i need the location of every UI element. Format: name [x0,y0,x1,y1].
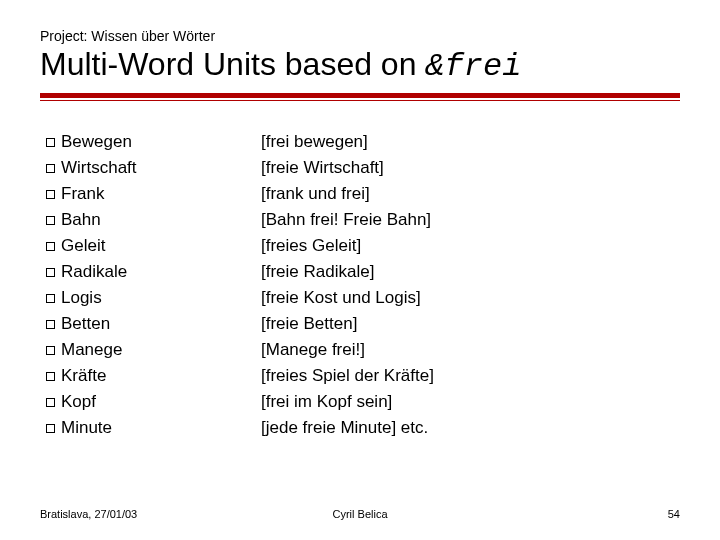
unit-text: [Bahn frei! Freie Bahn] [261,207,680,233]
term-text: Frank [61,184,104,203]
term-text: Wirtschaft [61,158,137,177]
unit-text: [frei bewegen] [261,129,680,155]
slide-footer: Bratislava, 27/01/03 Cyril Belica 54 [40,508,680,520]
list-item: Bahn [46,207,261,233]
bullet-icon [46,320,55,329]
unit-text: [freies Geleit] [261,233,680,259]
title-text: Multi-Word Units based on [40,46,425,82]
bullet-icon [46,242,55,251]
bullet-icon [46,268,55,277]
term-text: Kräfte [61,366,106,385]
title-underline [40,93,680,101]
unit-text: [freie Radikale] [261,259,680,285]
unit-text: [frei im Kopf sein] [261,389,680,415]
list-item: Minute [46,415,261,441]
bullet-icon [46,216,55,225]
unit-text: [freie Betten] [261,311,680,337]
bullet-icon [46,138,55,147]
terms-column: Bewegen Wirtschaft Frank Bahn Geleit Rad… [46,129,261,441]
list-item: Bewegen [46,129,261,155]
list-item: Betten [46,311,261,337]
unit-text: [frank und frei] [261,181,680,207]
term-text: Bahn [61,210,101,229]
unit-text: [freies Spiel der Kräfte] [261,363,680,389]
list-item: Logis [46,285,261,311]
unit-text: [jede freie Minute] etc. [261,415,680,441]
rule-thick [40,93,680,98]
unit-text: [Manege frei!] [261,337,680,363]
footer-date: Bratislava, 27/01/03 [40,508,137,520]
slide-title: Multi-Word Units based on &frei [40,46,680,85]
content-columns: Bewegen Wirtschaft Frank Bahn Geleit Rad… [40,121,680,441]
list-item: Radikale [46,259,261,285]
term-text: Radikale [61,262,127,281]
list-item: Wirtschaft [46,155,261,181]
list-item: Manege [46,337,261,363]
list-item: Kopf [46,389,261,415]
bullet-icon [46,164,55,173]
bullet-icon [46,190,55,199]
footer-author: Cyril Belica [332,508,387,520]
bullet-icon [46,398,55,407]
bullet-icon [46,346,55,355]
bullet-icon [46,294,55,303]
term-text: Manege [61,340,122,359]
unit-text: [freie Kost und Logis] [261,285,680,311]
title-code: &frei [425,48,521,85]
term-text: Bewegen [61,132,132,151]
rule-thin [40,100,680,101]
project-label: Project: Wissen über Wörter [40,28,680,44]
footer-page-number: 54 [668,508,680,520]
list-item: Geleit [46,233,261,259]
units-column: [frei bewegen] [freie Wirtschaft] [frank… [261,129,680,441]
unit-text: [freie Wirtschaft] [261,155,680,181]
term-text: Logis [61,288,102,307]
list-item: Frank [46,181,261,207]
term-text: Kopf [61,392,96,411]
bullet-icon [46,372,55,381]
term-text: Betten [61,314,110,333]
list-item: Kräfte [46,363,261,389]
term-text: Minute [61,418,112,437]
term-text: Geleit [61,236,105,255]
bullet-icon [46,424,55,433]
